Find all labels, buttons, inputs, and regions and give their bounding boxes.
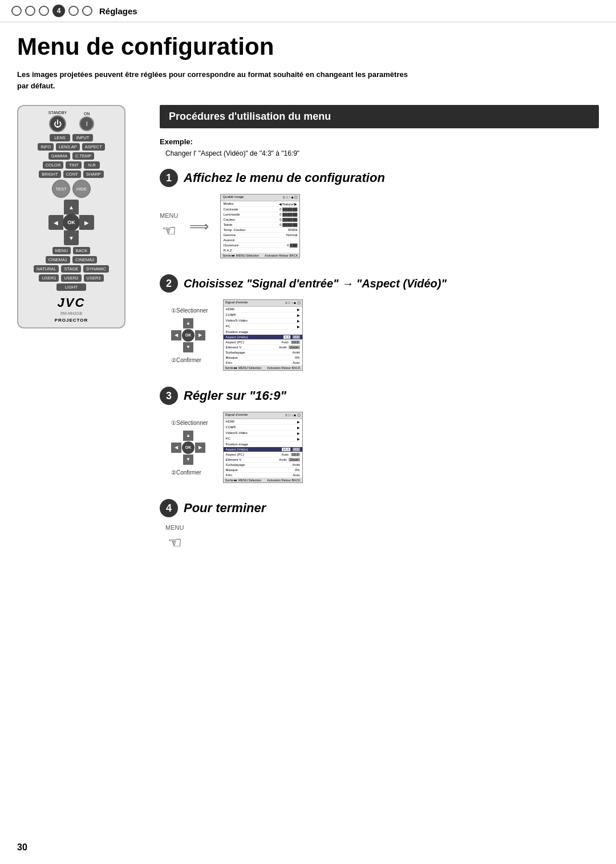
hide-button[interactable]: HIDE (72, 180, 91, 198)
s2-comp: COMP.▶ (224, 313, 302, 318)
light-button[interactable]: LIGHT (56, 283, 86, 291)
mini-dpad-up[interactable]: ▲ (183, 318, 193, 328)
s3-elementv: Elément V ArrêtZoom (224, 457, 302, 463)
user3-button[interactable]: USER3 (84, 274, 104, 282)
menu-button[interactable]: MENU (52, 247, 71, 254)
gamma-button[interactable]: GAMMA (48, 152, 70, 160)
step-3-number: 3 (160, 387, 178, 405)
step4-menu-press: MENU ☜ (165, 524, 184, 552)
cinema1-button[interactable]: CINEMA1 (46, 256, 70, 263)
screen2-title: Signal d'entrée (225, 301, 248, 306)
screen1-footer: Sortie ⏮ MENU:Sélection Activation Retou… (221, 253, 299, 258)
dpad-left-button[interactable]: ◀ (48, 215, 63, 230)
screen1-tempcolor-row: Temp. Couleur6500k (221, 228, 299, 233)
cont-button[interactable]: CONT (63, 171, 81, 178)
dpad-up-button[interactable]: ▲ (64, 200, 79, 214)
ctemp-button[interactable]: C.TEMP (72, 152, 94, 160)
step3-dpad-area: ①Sélectionner ▲ ◀ OK ▶ ▼ ②Confirmer (171, 420, 208, 476)
s2-surb: SurbalayageArrêt (224, 350, 302, 355)
bright-button[interactable]: BRIGHT (39, 171, 60, 178)
dpad-down-button[interactable]: ▼ (64, 230, 79, 245)
screen3-title: Signal d'entrée (225, 413, 248, 418)
mini-dpad-ok[interactable]: OK (182, 329, 194, 342)
sharp-button[interactable]: SHARP (83, 171, 104, 178)
step2-dpad-area: ①Sélectionner ▲ ◀ OK ▶ ▼ ②Confirmer (171, 307, 208, 363)
light-row: LIGHT (23, 283, 120, 291)
lens-button[interactable]: LENS (50, 134, 70, 141)
screen3-mockup: Signal d'entrée ≡ □ ↑ ■ ⓘ HDMI▶ COMP.▶ V… (223, 412, 303, 483)
stage-button[interactable]: STAGE (61, 265, 81, 273)
screen1-icons: ≡ □ ↑ ■ ⓘ (283, 195, 298, 200)
ok-button[interactable]: OK (63, 214, 80, 231)
color-button[interactable]: COLOR (43, 161, 64, 169)
dynamic-button[interactable]: DYNAMIC (83, 265, 109, 273)
step-4-section: 4 Pour terminer MENU ☜ (160, 499, 599, 552)
on-button[interactable]: I (79, 116, 94, 131)
input-button[interactable]: INPUT (72, 134, 93, 141)
step-2-title: Choisissez "Signal d'entrée" → "Aspect (… (184, 277, 447, 290)
step3-dpad-right[interactable]: ▶ (195, 443, 205, 453)
cinema2-button[interactable]: CINEMA2 (72, 256, 97, 263)
s2-posimage: Position image (224, 330, 302, 335)
main-content: Menu de configuration Les images projeté… (0, 22, 616, 579)
step3-dpad-down[interactable]: ▼ (183, 455, 193, 465)
s3-surb: SurbalayageArrêt (224, 463, 302, 468)
screen1-avance-row: Avancé (221, 238, 299, 243)
step3-select-label: ①Sélectionner (171, 420, 208, 426)
nr-button[interactable]: N.R (84, 161, 100, 169)
s3-video: Vidéo/S-Vidéo▶ (224, 431, 302, 436)
screen3-footer: Sortie ⏮ MENU:Sélection Activation Retou… (224, 478, 302, 482)
dpad-row: ▲ ◀ OK ▶ ▼ (23, 200, 120, 245)
step3-dpad-left[interactable]: ◀ (171, 443, 181, 453)
confirm-label: ②Confirmer (171, 357, 201, 363)
step-2-section: 2 Choisissez "Signal d'entrée" → "Aspect… (160, 274, 599, 371)
step4-hand-icon: ☜ (168, 533, 182, 552)
step-3-header: 3 Régler sur "16:9" (160, 387, 599, 405)
s3-hdmi: HDMI▶ (224, 419, 302, 425)
standby-button[interactable]: ⏻ (49, 115, 66, 132)
step2-dpad: ▲ ◀ OK ▶ ▼ (171, 318, 205, 352)
user2-button[interactable]: USER2 (61, 274, 81, 282)
step-2-content: ①Sélectionner ▲ ◀ OK ▶ ▼ ②Confirmer (160, 299, 599, 371)
screen2-mockup: Signal d'entrée ≡ □ ↑ ■ ⓘ HDMI▶ COMP.▶ V… (223, 299, 303, 371)
step-2-header: 2 Choisissez "Signal d'entrée" → "Aspect… (160, 274, 599, 293)
test-hide-row: TEST HIDE (23, 180, 120, 198)
step-1-number: 1 (160, 169, 178, 187)
step-6-indicator (82, 6, 92, 16)
screen3-header: Signal d'entrée ≡ □ ↑ ■ ⓘ (224, 412, 302, 419)
remote-column: STANDBY ⏻ ON I LENS INPUT INFO LENS (17, 105, 143, 328)
aspect-button[interactable]: ASPECT (82, 143, 105, 151)
step3-dpad-up[interactable]: ▲ (183, 431, 193, 441)
dpad: ▲ ◀ OK ▶ ▼ (48, 200, 94, 245)
mini-dpad-right[interactable]: ▶ (195, 330, 205, 340)
info-button[interactable]: INFO (38, 143, 54, 151)
step4-menu-label: MENU (165, 524, 184, 531)
mini-dpad-down[interactable]: ▼ (183, 342, 193, 352)
screen1-header: Qualité image ≡ □ ↑ ■ ⓘ (221, 194, 299, 201)
lens-input-row: LENS INPUT (23, 134, 120, 141)
user1-button[interactable]: USER1 (39, 274, 59, 282)
screen1-title: Qualité image (222, 195, 244, 200)
tint-button[interactable]: TINT (66, 161, 82, 169)
step-2-number: 2 (160, 274, 178, 293)
test-button[interactable]: TEST (52, 180, 70, 198)
section-label: Réglages (99, 6, 137, 16)
procedures-header: Procédures d'utilisation du menu (160, 105, 599, 128)
dpad-right-button[interactable]: ▶ (79, 215, 94, 230)
gamma-row: GAMMA C.TEMP (23, 152, 120, 160)
s3-aspect-video: Aspect (Vidéo) 16:9 4:3 (224, 447, 302, 452)
natural-row: NATURAL STAGE DYNAMIC (23, 265, 120, 273)
s2-aspect-pc: Aspect (PC) Auto 16:9 (224, 340, 302, 345)
s3-comp: COMP.▶ (224, 425, 302, 431)
screen2-header: Signal d'entrée ≡ □ ↑ ■ ⓘ (224, 300, 302, 307)
screen1-contrast-row: Contraste0 ▓▓▓▓▓▓ (221, 207, 299, 212)
back-button[interactable]: BACK (73, 247, 90, 254)
mini-dpad-left[interactable]: ◀ (171, 330, 181, 340)
s2-pc: PC▶ (224, 324, 302, 330)
screen1-color-row: Couleur0 ▓▓▓▓▓▓ (221, 217, 299, 222)
step3-dpad-ok[interactable]: OK (182, 441, 194, 454)
natural-button[interactable]: NATURAL (34, 265, 59, 273)
step-4-number: 4 (160, 499, 178, 517)
screen1-mockup: Qualité image ≡ □ ↑ ■ ⓘ Modes◀ Natural ▶… (220, 194, 300, 258)
lensap-button[interactable]: LENS.AP (56, 143, 80, 151)
